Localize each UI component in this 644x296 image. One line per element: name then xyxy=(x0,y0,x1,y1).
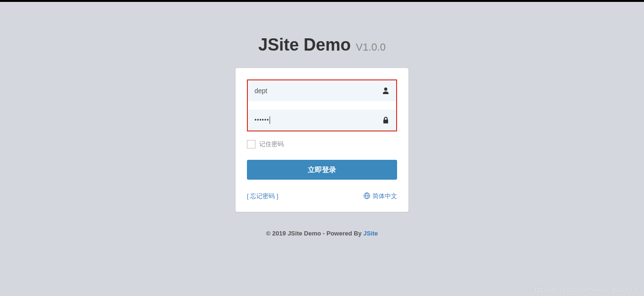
forgot-password-link[interactable]: [ 忘记密码 ] xyxy=(247,192,278,200)
remember-checkbox[interactable] xyxy=(247,140,255,148)
remember-label: 记住密码 xyxy=(259,140,284,148)
version-label: V1.0.0 xyxy=(356,41,386,53)
login-card: •••••• 记住密码 立即登录 [ 忘记密码 ] 简体中文 xyxy=(236,68,408,212)
remember-row: 记住密码 xyxy=(247,140,397,148)
text-cursor xyxy=(270,116,270,124)
page-title-row: JSite Demo V1.0.0 xyxy=(258,35,386,55)
globe-icon xyxy=(364,192,370,200)
language-label: 简体中文 xyxy=(373,192,397,200)
user-icon xyxy=(382,87,390,95)
username-input[interactable] xyxy=(254,80,382,101)
lock-icon xyxy=(382,116,390,124)
copyright-text: © 2019 JSite Demo - Powered By xyxy=(266,230,363,237)
login-button[interactable]: 立即登录 xyxy=(247,160,397,180)
password-row[interactable]: •••••• xyxy=(248,110,396,131)
brand-link[interactable]: JSite xyxy=(364,230,378,237)
password-input[interactable]: •••••• xyxy=(254,116,382,124)
page-title: JSite Demo xyxy=(258,35,351,54)
credentials-highlight: •••••• xyxy=(247,79,397,131)
language-selector[interactable]: 简体中文 xyxy=(364,192,397,200)
footer: © 2019 JSite Demo - Powered By JSite xyxy=(266,230,378,237)
username-row[interactable] xyxy=(248,80,396,101)
input-spacer xyxy=(248,101,396,110)
watermark: https://blog.csdn.net/weixin_40816738 xyxy=(535,286,639,293)
bottom-links: [ 忘记密码 ] 简体中文 xyxy=(247,192,397,200)
login-container: JSite Demo V1.0.0 •••••• 记住密码 xyxy=(0,2,644,237)
password-dots: •••••• xyxy=(254,117,269,123)
